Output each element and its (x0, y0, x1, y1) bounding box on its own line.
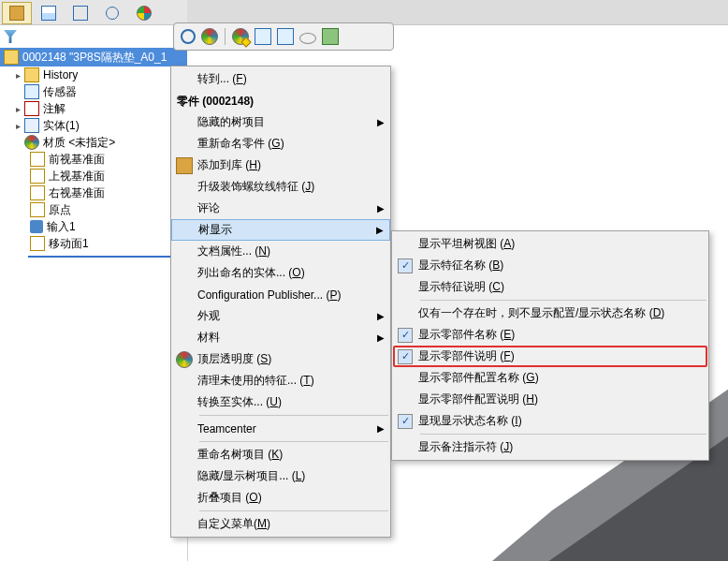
submenu-show-component-config-desc[interactable]: 显示零部件配置说明 (H) (392, 389, 708, 410)
isolate-icon[interactable] (322, 28, 339, 45)
plane-icon (30, 185, 45, 200)
chevron-right-icon: ▶ (375, 332, 385, 343)
menu-convert-to-bodies[interactable]: 转换至实体... (U) (171, 391, 390, 413)
tree-item-front-plane[interactable]: 前视基准面 (0, 151, 187, 168)
menu-customize[interactable]: 自定义菜单(M) (171, 513, 390, 535)
chevron-right-icon: ▶ (374, 225, 384, 235)
appearance-sphere-icon (137, 6, 152, 21)
menu-tree-display[interactable]: 树显示 ▶ (171, 219, 390, 241)
submenu-tree-display: 显示平坦树视图 (A) ✓ 显示特征名称 (B) 显示特征说明 (C) 仅有一个… (391, 230, 709, 461)
funnel-icon[interactable] (4, 30, 17, 43)
separator (199, 441, 388, 442)
tab-dimxpert[interactable] (97, 2, 127, 24)
move-face-icon (30, 236, 45, 251)
menu-comment[interactable]: 评论 ▶ (171, 198, 390, 219)
separator (199, 510, 388, 511)
origin-icon (30, 202, 45, 217)
tree-item-history[interactable]: ▸ History (0, 66, 187, 83)
menu-appearance[interactable]: 外观 ▶ (171, 305, 390, 327)
feature-tree-tabbar (0, 0, 187, 25)
appearance-icon[interactable] (201, 28, 218, 45)
menu-add-to-library[interactable]: 添加到库 (H) (171, 155, 390, 176)
menu-collapse-items[interactable]: 折叠项目 (O) (171, 487, 390, 509)
expander-icon[interactable]: ▸ (13, 104, 22, 113)
feature-tree: ▸ History 传感器 ▸ 注解 ▸ 实体(1) 材质 <未指定> 前视基准… (0, 66, 188, 561)
tab-feature-tree[interactable] (2, 2, 32, 24)
submenu-flat-tree[interactable]: 显示平坦树视图 (A) (392, 233, 708, 255)
config-icon (73, 6, 88, 21)
toolbar-remainder (187, 0, 728, 25)
tree-item-annotation[interactable]: ▸ 注解 (0, 100, 187, 117)
context-menu: 转到... (F) 零件 (0002148) 隐藏的树项目 ▶ 重新命名零件 (… (170, 66, 391, 538)
parent-child-icon[interactable] (255, 28, 271, 45)
tree-item-solid[interactable]: ▸ 实体(1) (0, 117, 187, 134)
menu-material[interactable]: 材料 ▶ (171, 327, 390, 348)
separator (225, 28, 226, 45)
menu-cleanup-features[interactable]: 清理未使用的特征... (T) (171, 370, 390, 391)
menu-hidden-tree-items[interactable]: 隐藏的树项目 ▶ (171, 111, 390, 133)
annotation-icon (24, 101, 39, 116)
menu-rename-part[interactable]: 重新命名零件 (G) (171, 133, 390, 155)
transparency-icon (176, 351, 193, 368)
menu-hide-show-tree-items[interactable]: 隐藏/显示树项目... (L) (171, 465, 390, 487)
separator (199, 415, 388, 416)
config-table-icon[interactable] (277, 28, 294, 45)
tab-property-manager[interactable] (34, 2, 64, 24)
submenu-show-component-desc[interactable]: ✓ 显示零部件说明 (F) (392, 346, 708, 367)
sensor-icon (24, 84, 39, 99)
tab-configuration-manager[interactable] (66, 2, 95, 24)
submenu-only-one[interactable]: 仅有一个存在时，则不显示配置/显示状态名称 (D) (392, 303, 708, 324)
expander-icon[interactable]: ▸ (13, 70, 22, 80)
checkmark-icon: ✓ (398, 258, 413, 273)
hide-show-icon[interactable] (299, 33, 316, 44)
chevron-right-icon: ▶ (375, 203, 385, 214)
menu-configuration-publisher[interactable]: Configuration Publisher... (P) (171, 284, 390, 305)
separator (420, 434, 706, 435)
list-icon (41, 6, 56, 21)
submenu-show-feature-names[interactable]: ✓ 显示特征名称 (B) (392, 255, 708, 276)
checkmark-icon: ✓ (398, 414, 413, 429)
checkmark-icon: ✓ (398, 328, 413, 343)
plane-icon (30, 152, 45, 167)
separator (420, 300, 706, 301)
submenu-show-note-indicator[interactable]: 显示备注指示符 (J) (392, 436, 708, 458)
submenu-show-component-config-names[interactable]: 显示零部件配置名称 (G) (392, 367, 708, 389)
tree-item-material[interactable]: 材质 <未指定> (0, 134, 187, 151)
checkmark-icon: ✓ (398, 349, 413, 364)
imported-icon (30, 220, 43, 233)
tree-item-input[interactable]: 输入1 (0, 218, 187, 235)
tree-item-move-face[interactable]: 移动面1 (0, 235, 187, 252)
chevron-right-icon: ▶ (375, 311, 385, 321)
tree-item-origin[interactable]: 原点 (0, 201, 187, 218)
tree-item-top-plane[interactable]: 上视基准面 (0, 168, 187, 185)
tree-item-right-plane[interactable]: 右视基准面 (0, 185, 187, 201)
menu-rename-tree-item[interactable]: 重命名树项目 (K) (171, 444, 390, 465)
solid-body-icon (24, 118, 39, 133)
tree-filter-bar (0, 25, 191, 48)
tree-end-rule (28, 256, 178, 258)
edit-appearance-icon[interactable] (232, 28, 249, 45)
submenu-show-display-state-names[interactable]: ✓ 显现显示状态名称 (I) (392, 410, 708, 432)
chevron-right-icon: ▶ (375, 117, 385, 127)
menu-upgrade-thread[interactable]: 升级装饰螺纹线特征 (J) (171, 176, 390, 198)
menu-top-transparency[interactable]: 顶层透明度 (S) (171, 348, 390, 370)
zoom-icon[interactable] (181, 29, 196, 44)
app-root: 0002148 "3P8S隔热垫_A0_1 ▸ History 传感器 ▸ 注解… (0, 0, 728, 561)
menu-teamcenter[interactable]: Teamcenter ▶ (171, 418, 390, 439)
submenu-show-component-names[interactable]: ✓ 显示零部件名称 (E) (392, 324, 708, 346)
folder-icon (24, 67, 39, 82)
menu-header-part: 零件 (0002148) (177, 94, 390, 110)
part-icon (4, 50, 19, 65)
menu-list-named-bodies[interactable]: 列出命名的实体... (O) (171, 262, 390, 284)
root-part-row[interactable]: 0002148 "3P8S隔热垫_A0_1 (0, 48, 187, 66)
submenu-show-feature-desc[interactable]: 显示特征说明 (C) (392, 276, 708, 298)
menu-document-properties[interactable]: 文档属性... (N) (171, 241, 390, 262)
plane-icon (30, 169, 45, 184)
menu-goto[interactable]: 转到... (F) (171, 68, 390, 90)
tab-display-manager[interactable] (129, 2, 159, 24)
expander-icon[interactable]: ▸ (13, 121, 22, 130)
target-icon (106, 7, 119, 20)
material-icon (24, 135, 39, 150)
context-toolbar (173, 22, 394, 51)
tree-item-sensor[interactable]: 传感器 (0, 83, 187, 100)
